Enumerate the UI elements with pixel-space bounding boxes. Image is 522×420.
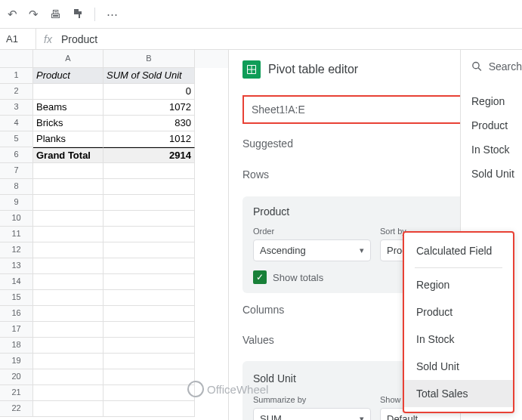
cell[interactable] — [103, 211, 195, 227]
cell[interactable] — [33, 163, 103, 179]
row-number[interactable]: 16 — [0, 306, 33, 322]
cell[interactable] — [103, 290, 195, 306]
paint-format-icon[interactable] — [73, 8, 83, 20]
sheets-icon — [242, 60, 261, 79]
table-row: 6Grand Total2914 — [0, 147, 228, 163]
column-header-a[interactable]: A — [33, 50, 103, 68]
select-all-corner[interactable] — [0, 50, 33, 68]
cell[interactable]: Grand Total — [33, 147, 103, 163]
row-number[interactable]: 6 — [0, 147, 33, 163]
redo-icon[interactable]: ↷ — [29, 8, 39, 21]
cell[interactable]: Planks — [33, 131, 103, 147]
cell[interactable] — [33, 322, 103, 338]
row-number[interactable]: 9 — [0, 195, 33, 211]
dropdown-region[interactable]: Region — [404, 271, 513, 298]
cell[interactable] — [33, 84, 103, 100]
cell[interactable] — [103, 354, 195, 369]
dropdown-instock[interactable]: In Stock — [404, 326, 513, 353]
cell[interactable] — [33, 274, 103, 290]
cell[interactable] — [33, 227, 103, 242]
cell[interactable] — [33, 258, 103, 274]
formula-value[interactable]: Product — [60, 33, 97, 45]
field-item[interactable]: In Stock — [471, 137, 522, 162]
table-row: 3Beams1072 — [0, 100, 228, 116]
dropdown-soldunit[interactable]: Sold Unit — [404, 353, 513, 380]
cell[interactable]: Product — [33, 68, 103, 84]
table-row: 4Bricks830 — [0, 116, 228, 131]
cell[interactable] — [103, 242, 195, 258]
row-number[interactable]: 18 — [0, 338, 33, 354]
more-icon[interactable]: ⋯ — [107, 8, 118, 21]
column-header-b[interactable]: B — [103, 50, 195, 68]
cell[interactable]: 830 — [103, 116, 195, 131]
row-number[interactable]: 11 — [0, 227, 33, 242]
row-number[interactable]: 1 — [0, 68, 33, 84]
cell[interactable] — [33, 211, 103, 227]
show-totals-checkbox[interactable]: ✓ — [253, 270, 267, 284]
undo-icon[interactable]: ↶ — [8, 8, 17, 21]
row-number[interactable]: 4 — [0, 116, 33, 131]
summarize-label: Summarize by — [253, 395, 371, 404]
row-number[interactable]: 5 — [0, 131, 33, 147]
cell[interactable]: 0 — [103, 84, 195, 100]
cell[interactable] — [103, 322, 195, 338]
row-number[interactable]: 15 — [0, 290, 33, 306]
cell[interactable] — [33, 195, 103, 211]
cell[interactable] — [33, 338, 103, 354]
cell[interactable] — [103, 385, 195, 401]
field-item[interactable]: Product — [471, 113, 522, 137]
cell[interactable] — [103, 369, 195, 385]
dropdown-calculated-field[interactable]: Calculated Field — [404, 237, 513, 264]
cell[interactable] — [103, 163, 195, 179]
row-number[interactable]: 8 — [0, 179, 33, 195]
field-item[interactable]: Sold Unit — [471, 162, 522, 186]
dropdown-product[interactable]: Product — [404, 298, 513, 326]
field-item[interactable]: Region — [471, 89, 522, 113]
row-number[interactable]: 13 — [0, 258, 33, 274]
row-number[interactable]: 21 — [0, 385, 33, 401]
summarize-select[interactable]: SUM▾ — [253, 408, 371, 420]
search-field[interactable]: Search — [471, 60, 522, 73]
cell[interactable] — [103, 227, 195, 242]
cell-reference[interactable]: A1 — [0, 29, 36, 49]
cell[interactable] — [103, 179, 195, 195]
row-number[interactable]: 20 — [0, 369, 33, 385]
cell[interactable] — [33, 290, 103, 306]
dropdown-totalsales[interactable]: Total Sales — [404, 380, 513, 407]
row-number[interactable]: 14 — [0, 274, 33, 290]
cell[interactable]: 2914 — [103, 147, 195, 163]
row-number[interactable]: 12 — [0, 242, 33, 258]
cell[interactable] — [33, 354, 103, 369]
cell[interactable] — [33, 179, 103, 195]
cell[interactable] — [103, 401, 195, 417]
cell[interactable] — [103, 274, 195, 290]
row-number[interactable]: 3 — [0, 100, 33, 116]
cell[interactable]: Bricks — [33, 116, 103, 131]
order-select[interactable]: Ascending▾ — [253, 239, 371, 261]
divider — [94, 8, 95, 21]
cell[interactable] — [103, 195, 195, 211]
formula-bar: A1 fx Product — [0, 29, 522, 50]
cell[interactable] — [103, 258, 195, 274]
row-number[interactable]: 17 — [0, 322, 33, 338]
row-number[interactable]: 2 — [0, 84, 33, 100]
cell[interactable] — [33, 369, 103, 385]
cell[interactable] — [33, 401, 103, 417]
watermark: OfficeWheel — [187, 381, 268, 397]
cell[interactable]: 1072 — [103, 100, 195, 116]
cell[interactable]: SUM of Sold Unit — [103, 68, 195, 84]
print-icon[interactable]: 🖶 — [50, 8, 61, 20]
cell[interactable] — [33, 242, 103, 258]
row-number[interactable]: 19 — [0, 354, 33, 369]
row-number[interactable]: 7 — [0, 163, 33, 179]
cell[interactable]: Beams — [33, 100, 103, 116]
row-number[interactable]: 10 — [0, 211, 33, 227]
row-number[interactable]: 22 — [0, 401, 33, 417]
columns-label: Columns — [242, 304, 284, 316]
svg-line-5 — [478, 68, 481, 71]
cell[interactable] — [33, 306, 103, 322]
cell[interactable] — [103, 338, 195, 354]
cell[interactable]: 1012 — [103, 131, 195, 147]
cell[interactable] — [103, 306, 195, 322]
cell[interactable] — [33, 385, 103, 401]
